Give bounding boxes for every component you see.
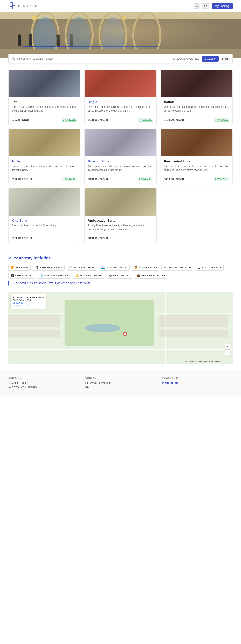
grid-view-icon[interactable]: ⊞ [224,56,229,62]
svg-rect-41 [8,315,60,326]
svg-rect-19 [56,38,60,46]
footer-powered-label: POWERED BY [162,376,232,379]
amenity-icon: 📶 [11,266,14,269]
amenity-icon: 🛎 [198,266,200,269]
room-card-double: DoubleOur double room offers all the com… [161,70,232,125]
svg-point-7 [66,12,93,58]
filter-icon[interactable]: ⊿ [220,57,223,61]
amenity-label: BUSINESS CENTER [142,274,165,277]
date-search-input[interactable] [17,57,172,60]
search-icon: 🔍 [12,57,16,60]
svg-rect-3 [12,6,16,9]
room-title-triple[interactable]: Triple [12,160,77,163]
room-image-double [161,70,232,97]
room-price-single: $100.00 / NIGHT [88,118,108,122]
language-selector[interactable]: en [202,3,210,8]
social-icon-1[interactable]: ⊕ [18,4,20,8]
room-image-superior [85,129,156,156]
amenity-icon: 🕐 [69,266,72,269]
social-icon-5[interactable]: ▶ [35,4,37,8]
amenity-label: FREE PARKING [15,274,34,277]
room-body-presidential: Presidential SuiteThe Presidential Suite… [161,156,232,184]
demo-info-tag: ✓ HELLO THIS IS A DEMO OF HOTELPMS.COM B… [8,280,92,286]
footer-contact-phone: 347 [85,385,156,389]
room-title-king[interactable]: King Suite [12,219,77,222]
amenity-label: FREE WIFI [16,266,28,269]
map-google-label: Map data ©2020 Google Terms of Use [184,360,220,363]
room-body-triple: TripleOur triple room offers all the ame… [8,156,80,184]
social-icon-4[interactable]: ◎ [30,4,32,8]
map-zoom-out[interactable]: − [224,350,230,356]
room-desc-double: Our double room offers all the comforts … [164,105,230,116]
svg-rect-4 [0,12,241,58]
room-available-badge-single: 4 AVAILABLE [138,118,153,122]
footer-contact-email: info@MyHotelPMS.com [85,381,156,385]
svg-point-8 [100,12,126,58]
room-desc-presidential: The Presidential Suite is the perfect ro… [164,164,230,175]
svg-point-12 [102,17,124,58]
svg-point-29 [85,324,120,332]
footer-address-line1: 40 Central Park S [8,381,79,385]
stay-includes-title: ✓ Your stay includes [8,256,232,260]
my-booking-button[interactable]: My Booking [212,3,232,9]
amenity-tag-24/7-concierge: 🕐24/7 CONCIERGE [66,265,97,270]
room-card-king: King SuiteOne of our finest rooms, it's … [8,188,80,243]
svg-rect-44 [159,330,228,337]
social-icon-2[interactable]: 𝕏 [23,4,25,8]
map-zoom-controls: + − [224,344,230,356]
svg-point-22 [70,34,73,37]
map-zoom-in[interactable]: + [224,344,230,350]
room-desc-ambassador: A magnificent view of the city, with eno… [88,224,153,234]
map-container: 40°45'54.8"N 73°58'32.0"W Q28F+3Q New Yo… [8,292,232,364]
room-price-triple: $170.00 / NIGHT [12,178,32,181]
hero-image [0,12,241,58]
search-input-area[interactable]: 🔍 [12,57,172,60]
amenity-icon: 🏊 [101,266,105,269]
room-image-loft [8,70,80,97]
footer-powered-link[interactable]: MyHotelPms [162,381,178,384]
room-available-badge-triple: 2 AVAILABLE [62,177,77,181]
map-placeholder: 40°45'54.8"N 73°58'32.0"W Q28F+3Q New Yo… [8,292,232,364]
amenity-label: SPA SERVICES [139,266,157,269]
footer: ADDRESS 40 Central Park S New York, NY 1… [0,370,241,396]
room-price-king: $760.00 / NIGHT [12,236,32,240]
room-body-loft: LoftOur Loft Suite is the pefect room fo… [8,97,80,124]
svg-rect-43 [8,330,60,337]
room-image-single [85,70,156,97]
logo-area: ⊕ 𝕏 f ◎ ▶ [8,2,37,10]
room-available-badge-loft: 2 AVAILABLE [62,118,77,122]
amenity-icon: 💼 [136,274,140,277]
stay-includes-section: ✓ Your stay includes 📶FREE WIFI🍳FREE BRE… [0,249,241,292]
svg-point-10 [34,17,56,58]
rooms-section: LoftOur Loft Suite is the pefect room fo… [0,64,241,249]
room-price-superior: $300.00 / NIGHT [88,178,108,181]
currency-selector[interactable]: $ [194,3,200,8]
social-links: ⊕ 𝕏 f ◎ ▶ [18,4,37,8]
amenity-tag-business-center: 💼BUSINESS CENTER [134,273,168,278]
footer-powered: POWERED BY MyHotelPms [162,376,232,390]
social-icon-3[interactable]: f [27,4,28,8]
map-coords: 40°45'54.8"N 73°58'32.0"W [12,296,44,299]
amenity-tag-free-parking: 🅿FREE PARKING [8,273,36,278]
amenity-label: 24/7 CONCIERGE [74,266,94,269]
footer-address: ADDRESS 40 Central Park S New York, NY 1… [8,376,79,390]
room-card-superior: Superior SuiteThe superior suite offers … [84,129,156,184]
svg-point-46 [124,333,126,335]
svg-rect-28 [64,300,154,346]
footer-contact-label: CONTACT [85,376,156,379]
amenity-label: FREE BREAKFAST [40,266,62,269]
room-image-ambassador [85,188,156,216]
amenity-tag-free-wifi: 📶FREE WIFI [8,265,31,270]
room-title-superior[interactable]: Superior Suite [88,160,153,163]
search-bar: 🔍 17 ROOMS AVAILABLE 2 Guests ⊿ ⊞ [8,54,232,64]
svg-rect-21 [70,37,73,46]
room-footer-superior: $300.00 / NIGHT2 AVAILABLE [88,177,153,181]
amenity-label: LAUNDRY SERVICE [45,274,69,277]
guests-button[interactable]: 2 Guests [202,56,218,62]
map-directions-link[interactable]: Directions [12,302,23,304]
room-title-single[interactable]: Single [88,100,153,104]
map-view-larger-link[interactable]: View larger map [12,304,44,307]
amenity-label: RESTAURANT [113,274,130,277]
amenity-tag-free-breakfast: 🍳FREE BREAKFAST [33,265,64,270]
amenity-icon: 👕 [40,274,44,277]
